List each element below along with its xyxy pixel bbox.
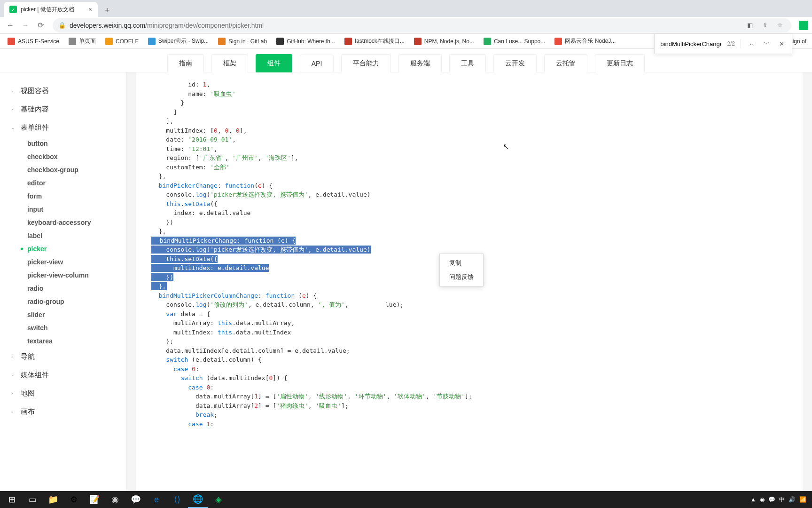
sidebar-radio-group[interactable]: radio-group <box>0 295 126 308</box>
sidebar-button[interactable]: button <box>0 137 126 150</box>
star-icon[interactable]: ☆ <box>774 20 786 31</box>
install-icon[interactable]: ◧ <box>744 20 756 31</box>
highlighted-selection[interactable]: bindMultiPickerChange: function (e) { co… <box>151 237 371 291</box>
tab-server[interactable]: 服务端 <box>398 54 442 73</box>
sidebar-picker-view-column[interactable]: picker-view-column <box>0 269 126 282</box>
address-bar: ← → ⟳ 🔒 developers.weixin.qq.com/minipro… <box>0 17 812 34</box>
url-field[interactable]: 🔒 developers.weixin.qq.com/miniprogram/d… <box>53 18 791 32</box>
sidebar-checkbox-group[interactable]: checkbox-group <box>0 163 126 176</box>
taskbar-app-3[interactable]: 📝 <box>85 491 104 508</box>
chevron-right-icon: › <box>11 107 16 112</box>
close-tab-icon[interactable]: × <box>88 6 92 13</box>
sidebar-picker-view[interactable]: picker-view <box>0 255 126 269</box>
sidebar-textarea[interactable]: textarea <box>0 334 126 348</box>
tab-platform[interactable]: 平台能力 <box>341 54 391 73</box>
sidebar-label[interactable]: label <box>0 229 126 242</box>
sidebar-map[interactable]: ›地图 <box>0 384 126 403</box>
tab-title: picker | 微信开放文档 <box>21 6 85 14</box>
context-menu: 复制 问题反馈 <box>439 254 484 286</box>
chevron-right-icon: › <box>11 409 16 414</box>
bookmark-github[interactable]: GitHub: Where th... <box>273 36 339 47</box>
browser-tab-bar: ✓ picker | 微信开放文档 × + <box>0 0 812 17</box>
share-icon[interactable]: ⇪ <box>759 20 771 31</box>
tray-volume-icon[interactable]: 🔊 <box>789 496 796 503</box>
tray-network-icon[interactable]: 📶 <box>799 496 806 503</box>
taskbar-app-1[interactable]: 📁 <box>43 491 63 508</box>
forward-button[interactable]: → <box>19 19 32 32</box>
tab-framework[interactable]: 框架 <box>211 54 248 73</box>
sidebar-view-container[interactable]: ›视图容器 <box>0 82 126 100</box>
bookmark-fastmock[interactable]: fastmock在线接口... <box>341 35 408 47</box>
find-next-button[interactable]: ﹀ <box>762 40 771 48</box>
find-input[interactable] <box>660 40 721 48</box>
tab-cloud-dev[interactable]: 云开发 <box>493 54 537 73</box>
browser-tab[interactable]: ✓ picker | 微信开放文档 × <box>4 2 98 17</box>
reload-button[interactable]: ⟳ <box>34 19 47 32</box>
taskbar-chrome[interactable]: 🌐 <box>188 491 208 508</box>
system-tray[interactable]: ▲ ◉ 💬 中 🔊 📶 <box>750 496 810 504</box>
taskbar-app-2[interactable]: ⚙ <box>64 491 84 508</box>
bookmark-asus[interactable]: ASUS E-Service <box>4 36 63 47</box>
sidebar-slider[interactable]: slider <box>0 308 126 321</box>
sidebar[interactable]: ›视图容器 ›基础内容 ⌄表单组件 button checkbox checkb… <box>0 72 127 491</box>
extension-icon[interactable] <box>799 21 808 30</box>
taskbar-vscode[interactable]: ⟨⟩ <box>167 491 187 508</box>
back-button[interactable]: ← <box>4 19 17 32</box>
chevron-right-icon: › <box>11 88 16 94</box>
ctx-feedback[interactable]: 问题反馈 <box>440 270 483 284</box>
content: ›视图容器 ›基础内容 ⌄表单组件 button checkbox checkb… <box>0 72 812 491</box>
sidebar-basic[interactable]: ›基础内容 <box>0 100 126 119</box>
task-view[interactable]: ▭ <box>23 491 42 508</box>
taskbar-wechat[interactable]: 💬 <box>126 491 146 508</box>
find-count: 2/2 <box>727 40 735 47</box>
url-text: developers.weixin.qq.com/miniprogram/dev… <box>70 22 741 29</box>
lock-icon: 🔒 <box>58 22 66 29</box>
sidebar-keyboard-accessory[interactable]: keyboard-accessory <box>0 216 126 229</box>
sidebar-form[interactable]: ⌄表单组件 <box>0 119 126 137</box>
chevron-right-icon: › <box>11 354 16 359</box>
sidebar-switch[interactable]: switch <box>0 321 126 334</box>
bookmark-netease[interactable]: 网易云音乐 NodeJ... <box>551 35 619 47</box>
bookmark-npm[interactable]: NPM, Node.js, No... <box>410 36 478 47</box>
bookmark-gitlab[interactable]: Sign in · GitLab <box>214 36 271 47</box>
bookmark-caniuse[interactable]: Can I use... Suppo... <box>480 36 549 47</box>
ctx-copy[interactable]: 复制 <box>440 256 483 270</box>
tab-guide[interactable]: 指南 <box>167 54 204 73</box>
chevron-down-icon: ⌄ <box>11 125 16 130</box>
sidebar-checkbox[interactable]: checkbox <box>0 150 126 163</box>
tray-ime-icon[interactable]: 中 <box>779 496 785 504</box>
tray-wechat-icon[interactable]: 💬 <box>768 496 775 503</box>
wechat-favicon: ✓ <box>9 6 17 13</box>
chevron-right-icon: › <box>11 391 16 396</box>
tray-icon[interactable]: ▲ <box>750 496 756 503</box>
tab-api[interactable]: API <box>300 55 334 72</box>
taskbar-edge[interactable]: e <box>147 491 166 508</box>
sidebar-canvas[interactable]: ›画布 <box>0 403 126 421</box>
tab-cloud-host[interactable]: 云托管 <box>544 54 587 73</box>
tab-changelog[interactable]: 更新日志 <box>595 54 645 73</box>
find-in-page: 2/2 ︿ ﹀ ✕ <box>654 33 792 54</box>
sidebar-editor[interactable]: editor <box>0 176 126 190</box>
tab-tools[interactable]: 工具 <box>449 54 486 73</box>
bookmark-codelf[interactable]: CODELF <box>102 36 142 47</box>
tab-component[interactable]: 组件 <box>256 54 292 73</box>
sidebar-picker[interactable]: picker <box>0 242 126 255</box>
bookmark-single[interactable]: 单页面 <box>65 35 100 47</box>
sidebar-media[interactable]: ›媒体组件 <box>0 366 126 384</box>
sidebar-radio[interactable]: radio <box>0 282 126 295</box>
new-tab-button[interactable]: + <box>101 4 114 17</box>
sidebar-form-item[interactable]: form <box>0 190 126 203</box>
start-button[interactable]: ⊞ <box>2 491 22 508</box>
taskbar-steam[interactable]: ◉ <box>105 491 125 508</box>
bookmarks-bar: ASUS E-Service 单页面 CODELF Swiper演示 - Swi… <box>0 34 812 49</box>
sidebar-nav[interactable]: ›导航 <box>0 348 126 366</box>
taskbar-devtools[interactable]: ◈ <box>209 491 228 508</box>
find-prev-button[interactable]: ︿ <box>747 40 756 48</box>
sidebar-input[interactable]: input <box>0 203 126 216</box>
windows-taskbar: ⊞ ▭ 📁 ⚙ 📝 ◉ 💬 e ⟨⟩ 🌐 ◈ ▲ ◉ 💬 中 🔊 📶 <box>0 491 812 508</box>
chevron-right-icon: › <box>11 373 16 378</box>
find-close-button[interactable]: ✕ <box>777 40 786 48</box>
bookmark-swiper[interactable]: Swiper演示 - Swip... <box>144 35 212 47</box>
tray-icon[interactable]: ◉ <box>760 496 765 503</box>
page-body: 指南 框架 组件 API 平台能力 服务端 工具 云开发 云托管 更新日志 ›视… <box>0 49 812 491</box>
